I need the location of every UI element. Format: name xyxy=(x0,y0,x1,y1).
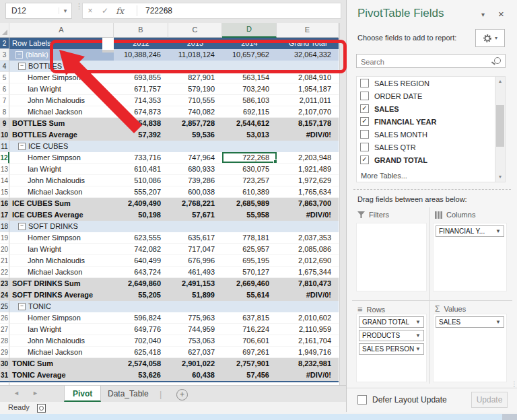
field-checkbox[interactable]: ✓ xyxy=(360,117,369,126)
cell-A29[interactable]: Michael Jackson xyxy=(9,347,114,358)
cell-B8[interactable]: 674,873 xyxy=(114,106,168,118)
cell-A17[interactable]: ICE CUBES Average xyxy=(9,209,114,221)
cell-B13[interactable]: 610,481 xyxy=(114,164,168,175)
cell-D10[interactable]: 53,013 xyxy=(222,129,277,141)
cell-A9[interactable]: BOTTLES Sum xyxy=(9,118,114,129)
field-checkbox[interactable]: ✓ xyxy=(360,104,369,113)
cell-B25[interactable] xyxy=(114,301,168,312)
cell-C3[interactable]: 11,018,124 xyxy=(168,49,222,61)
cell-A12[interactable]: Homer Simpson xyxy=(9,152,114,164)
cell-C24[interactable]: 51,899 xyxy=(168,289,222,301)
cell-B17[interactable]: 50,198 xyxy=(114,209,168,221)
cell-B3[interactable]: 10,388,246 xyxy=(114,49,168,61)
row-header-3[interactable]: 3 xyxy=(0,49,9,61)
pill-dropdown-icon[interactable]: ▼ xyxy=(415,346,421,352)
cell-E7[interactable]: 2,011,011 xyxy=(277,95,339,106)
field-pill-grand-total[interactable]: GRAND TOTAL▼ xyxy=(359,316,424,328)
cell-B7[interactable]: 714,353 xyxy=(114,95,168,106)
row-header-4[interactable]: 4 xyxy=(0,61,9,72)
cell-D26[interactable]: 637,815 xyxy=(222,312,277,324)
field-item-sales-month[interactable]: SALES MONTH xyxy=(357,128,505,141)
tab-data-table[interactable]: Data_Table xyxy=(100,386,157,402)
cell-D4[interactable] xyxy=(222,61,277,72)
row-header-23[interactable]: 23 xyxy=(0,278,9,289)
cell-C6[interactable]: 579,190 xyxy=(168,83,222,95)
cell-E11[interactable] xyxy=(277,141,339,152)
cell-B10[interactable]: 57,392 xyxy=(114,129,168,141)
field-pill-sales-person[interactable]: SALES PERSON▼ xyxy=(359,343,424,355)
field-item-sales[interactable]: ✓SALES xyxy=(357,102,505,115)
cell-E25[interactable] xyxy=(277,301,339,312)
cell-C30[interactable]: 2,901,022 xyxy=(168,358,222,370)
search-input[interactable] xyxy=(359,55,490,68)
pill-dropdown-icon[interactable]: ▼ xyxy=(495,228,501,234)
cell-D22[interactable]: 570,127 xyxy=(222,267,277,278)
column-header-B[interactable]: B xyxy=(114,23,168,38)
cell-A15[interactable]: Michael Jackson xyxy=(9,186,114,198)
cell-D21[interactable]: 695,195 xyxy=(222,255,277,267)
cell-E30[interactable]: 8,232,981 xyxy=(277,358,339,370)
cell-C21[interactable]: 676,996 xyxy=(168,255,222,267)
cell-A19[interactable]: Homer Simpson xyxy=(9,232,114,244)
cell-D30[interactable]: 2,757,901 xyxy=(222,358,277,370)
cell-A8[interactable]: Michael Jackson xyxy=(9,106,114,118)
row-header-20[interactable]: 20 xyxy=(0,244,9,255)
filters-drop-area[interactable] xyxy=(356,223,427,291)
cell-A24[interactable]: SOFT DRINKS Average xyxy=(9,289,114,301)
row-header-29[interactable]: 29 xyxy=(0,347,9,358)
row-header-5[interactable]: 5 xyxy=(0,72,9,83)
field-item-grand-total[interactable]: ✓GRAND TOTAL xyxy=(357,153,505,166)
new-sheet-icon[interactable]: + xyxy=(176,389,188,400)
row-header-17[interactable]: 17 xyxy=(0,209,9,221)
cell-D18[interactable] xyxy=(222,221,277,232)
cell-E18[interactable] xyxy=(277,221,339,232)
cell-E27[interactable]: 2,110,959 xyxy=(277,324,339,335)
cell-E4[interactable] xyxy=(277,61,339,72)
tab-pivot[interactable]: Pivot xyxy=(64,386,101,402)
cell-C26[interactable]: 775,963 xyxy=(168,312,222,324)
cell-E22[interactable]: 1,675,344 xyxy=(277,267,339,278)
rows-drop-area[interactable]: GRAND TOTAL▼PRODUCTS▼SALES PERSON▼ xyxy=(356,314,427,382)
row-header-25[interactable]: 25 xyxy=(0,301,9,312)
cell-C8[interactable]: 740,082 xyxy=(168,106,222,118)
cell-B21[interactable]: 640,499 xyxy=(114,255,168,267)
cell-D5[interactable]: 563,154 xyxy=(222,72,277,83)
row-header-26[interactable]: 26 xyxy=(0,312,9,324)
cell-E15[interactable]: 1,765,634 xyxy=(277,186,339,198)
cell-E21[interactable]: 2,012,690 xyxy=(277,255,339,267)
scroll-up-icon[interactable]: ▲ xyxy=(495,77,505,86)
cell-A13[interactable]: Ian Wright xyxy=(9,164,114,175)
cell-A26[interactable]: Homer Simpson xyxy=(9,312,114,324)
row-header-21[interactable]: 21 xyxy=(0,255,9,267)
cell-B29[interactable]: 625,418 xyxy=(114,347,168,358)
cell-B9[interactable]: 2,754,838 xyxy=(114,118,168,129)
cell-B22[interactable]: 643,724 xyxy=(114,267,168,278)
cell-B18[interactable] xyxy=(114,221,168,232)
cell-E26[interactable]: 2,010,602 xyxy=(277,312,339,324)
name-box-dropdown-icon[interactable]: ▾ xyxy=(59,7,71,14)
select-all-corner[interactable] xyxy=(0,23,9,38)
scrollbar-thumb[interactable] xyxy=(496,105,504,147)
row-header-12[interactable]: 12 xyxy=(0,152,9,164)
cell-B19[interactable]: 623,555 xyxy=(114,232,168,244)
tools-button[interactable]: ▾ xyxy=(475,29,505,47)
row-header-30[interactable]: 30 xyxy=(0,358,9,370)
cell-E5[interactable]: 2,084,910 xyxy=(277,72,339,83)
enter-icon[interactable]: ✓ xyxy=(98,6,112,15)
cell-E9[interactable]: 8,157,178 xyxy=(277,118,339,129)
cell-D14[interactable]: 723,257 xyxy=(222,175,277,186)
cell-C14[interactable]: 739,286 xyxy=(168,175,222,186)
cell-E14[interactable]: 1,972,629 xyxy=(277,175,339,186)
cell-B28[interactable]: 702,040 xyxy=(114,335,168,347)
update-button[interactable]: Update xyxy=(471,392,508,408)
cell-E2[interactable]: Grand Total xyxy=(277,38,339,49)
row-header-22[interactable]: 22 xyxy=(0,267,9,278)
row-header-19[interactable]: 19 xyxy=(0,232,9,244)
cell-C25[interactable] xyxy=(168,301,222,312)
cell-A28[interactable]: John Michaloudis xyxy=(9,335,114,347)
column-header-D[interactable]: D xyxy=(222,23,277,38)
cell-D29[interactable]: 697,261 xyxy=(222,347,277,358)
cell-E13[interactable]: 1,921,489 xyxy=(277,164,339,175)
cell-B4[interactable] xyxy=(114,61,168,72)
cell-A7[interactable]: John Michaloudis xyxy=(9,95,114,106)
